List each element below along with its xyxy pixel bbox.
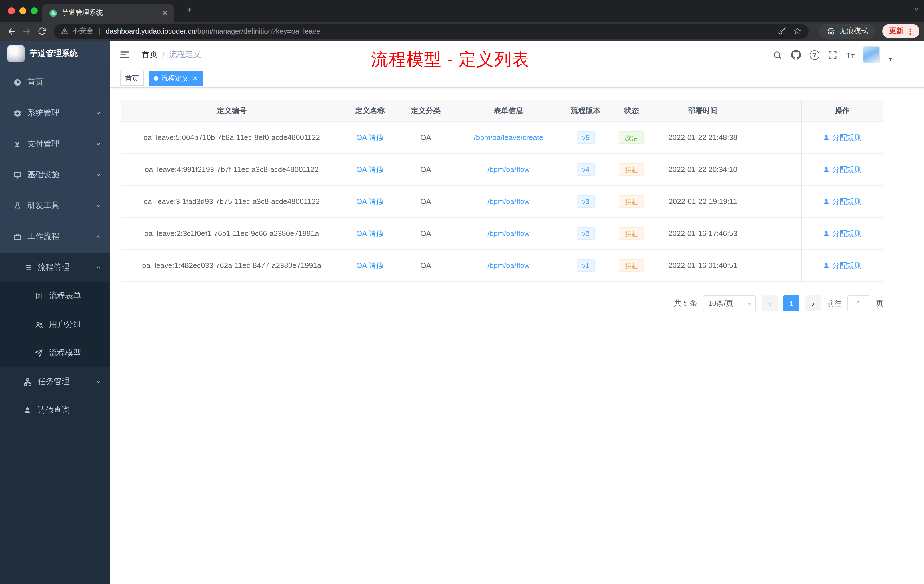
page-jump-input[interactable] xyxy=(847,295,870,312)
assign-rule-button[interactable]: 分配规则 xyxy=(823,132,862,143)
form-link[interactable]: /bpm/oa/flow xyxy=(487,261,530,270)
avatar-caret-down-icon[interactable]: ▾ xyxy=(889,55,892,63)
security-chip-label[interactable]: 不安全 xyxy=(72,26,93,36)
sidebar-item-label: 流程管理 xyxy=(38,262,70,272)
sidebar-item-user-group[interactable]: 用户分组 xyxy=(0,310,110,339)
sidebar-top-section: 芋道管理系统 首页 系统管理 xyxy=(0,41,110,253)
tag-label: 流程定义 xyxy=(161,73,188,83)
update-label: 更新 xyxy=(889,26,903,36)
back-button[interactable] xyxy=(5,24,20,39)
cell-definition-id: oa_leave:5:004b710b-7b8a-11ec-8ef0-acde4… xyxy=(120,122,343,153)
incognito-label: 无痕模式 xyxy=(840,26,868,36)
reload-button[interactable] xyxy=(34,24,49,39)
assign-rule-label: 分配规则 xyxy=(832,132,862,143)
definition-name-link[interactable]: OA 请假 xyxy=(356,196,383,206)
form-link[interactable]: /bpm/oa/leave/create xyxy=(474,133,543,142)
next-page-button[interactable]: › xyxy=(805,295,821,312)
sidebar-item-infrastructure[interactable]: 基础设施 xyxy=(0,159,110,190)
zoom-window-button[interactable] xyxy=(31,7,38,14)
definition-name-link[interactable]: OA 请假 xyxy=(356,228,383,239)
search-icon[interactable] xyxy=(772,50,782,60)
chevron-down-icon xyxy=(96,110,101,116)
browser-menu-dots-icon[interactable]: ⋮ xyxy=(906,26,914,36)
new-tab-button[interactable]: + xyxy=(183,5,196,16)
tag-home[interactable]: 首页 xyxy=(120,71,144,86)
sidebar-item-home[interactable]: 首页 xyxy=(0,67,110,98)
sidebar-item-label: 系统管理 xyxy=(27,108,59,118)
sidebar-item-process-management[interactable]: 流程管理 xyxy=(0,253,110,282)
cell-category: OA xyxy=(397,250,454,281)
sidebar: 芋道管理系统 首页 系统管理 xyxy=(0,41,110,584)
column-header: 定义编号 xyxy=(120,100,343,121)
main-area: 首页 / 流程定义 流程模型 - 定义列表 ? TT xyxy=(110,41,924,584)
sidebar-item-leave-query[interactable]: 请假查询 xyxy=(0,396,110,425)
security-warning-icon[interactable] xyxy=(61,27,69,35)
assign-rule-button[interactable]: 分配规则 xyxy=(823,196,862,206)
pagination: 共 5 条 10条/页 ▾ ‹ 1 › 前往 页 xyxy=(120,295,883,312)
browser-update-button[interactable]: 更新 ⋮ xyxy=(882,24,919,38)
sidebar-item-label: 研发工具 xyxy=(27,201,59,211)
sidebar-item-label: 流程表单 xyxy=(49,291,81,301)
password-key-icon[interactable] xyxy=(778,27,786,35)
site-favicon-icon xyxy=(49,9,57,17)
user-avatar[interactable] xyxy=(863,46,880,63)
cell-spacer xyxy=(751,186,801,217)
github-icon[interactable] xyxy=(791,50,801,60)
app-root: 芋道管理系统 首页 系统管理 xyxy=(0,41,924,584)
forward-button[interactable] xyxy=(20,24,34,39)
assign-rule-button[interactable]: 分配规则 xyxy=(823,164,862,175)
browser-tab[interactable]: 芋道管理系统 ✕ xyxy=(42,4,174,22)
cell-category: OA xyxy=(397,186,454,217)
assign-rule-button[interactable]: 分配规则 xyxy=(823,228,862,239)
breadcrumb-home[interactable]: 首页 xyxy=(142,50,158,60)
column-header: 状态 xyxy=(609,100,654,121)
form-link[interactable]: /bpm/oa/flow xyxy=(487,197,530,206)
definition-name-link[interactable]: OA 请假 xyxy=(356,260,383,271)
bookmark-star-icon[interactable] xyxy=(793,27,802,35)
font-size-icon[interactable]: TT xyxy=(846,51,855,59)
incognito-icon xyxy=(826,26,835,36)
fullscreen-icon[interactable] xyxy=(828,50,837,59)
tag-process-definition[interactable]: 流程定义 ✕ xyxy=(148,71,203,86)
browser-toolbar: 不安全 | dashboard.yudao.iocoder.cn/bpm/man… xyxy=(0,22,924,41)
sidebar-item-label: 用户分组 xyxy=(49,319,81,330)
sidebar-item-label: 任务管理 xyxy=(38,376,70,387)
page-size-select[interactable]: 10条/页 ▾ xyxy=(703,295,756,312)
tag-label: 首页 xyxy=(125,73,139,83)
page-number-button[interactable]: 1 xyxy=(784,295,799,312)
sidebar-item-task-management[interactable]: 任务管理 xyxy=(0,368,110,396)
sidebar-item-process-model[interactable]: 流程模型 xyxy=(0,339,110,368)
definition-name-link[interactable]: OA 请假 xyxy=(356,164,383,175)
address-bar[interactable]: 不安全 | dashboard.yudao.iocoder.cn/bpm/man… xyxy=(54,24,808,39)
minimize-window-button[interactable] xyxy=(20,7,26,14)
users-icon xyxy=(34,320,43,329)
tab-close-icon[interactable]: ✕ xyxy=(162,8,168,17)
form-link[interactable]: /bpm/oa/flow xyxy=(487,165,530,174)
definition-name-link[interactable]: OA 请假 xyxy=(356,132,383,143)
person-icon xyxy=(823,230,830,237)
sidebar-item-workflow[interactable]: 工作流程 xyxy=(0,221,110,252)
sidebar-item-system[interactable]: 系统管理 xyxy=(0,98,110,129)
sidebar-item-devtools[interactable]: 研发工具 xyxy=(0,190,110,221)
column-header: 定义分类 xyxy=(397,100,454,121)
assign-rule-button[interactable]: 分配规则 xyxy=(823,260,862,271)
sidebar-item-payment[interactable]: ¥ 支付管理 xyxy=(0,129,110,159)
form-link[interactable]: /bpm/oa/flow xyxy=(487,229,530,238)
close-window-button[interactable] xyxy=(8,7,15,14)
fixed-column-divider xyxy=(801,100,802,282)
logo-title: 芋道管理系统 xyxy=(30,49,78,59)
help-icon[interactable]: ? xyxy=(810,50,819,60)
tag-close-icon[interactable]: ✕ xyxy=(193,74,198,82)
cell-deploy-time: 2022-01-22 20:34:10 xyxy=(654,154,751,185)
page-url[interactable]: dashboard.yudao.iocoder.cn/bpm/manager/d… xyxy=(106,27,775,35)
sidebar-logo[interactable]: 芋道管理系统 xyxy=(0,41,110,67)
sidebar-item-label: 基础设施 xyxy=(27,170,59,180)
tab-search-caret-icon[interactable]: ˅ xyxy=(914,6,918,13)
hamburger-icon[interactable] xyxy=(119,49,132,61)
chevron-down-icon xyxy=(96,141,101,147)
cell-definition-id: oa_leave:1:482ec033-762a-11ec-8477-a2380… xyxy=(120,250,343,281)
prev-page-button[interactable]: ‹ xyxy=(762,295,778,312)
sidebar-item-process-form[interactable]: 流程表单 xyxy=(0,282,110,310)
table-row: oa_leave:3:1fad3d93-7b75-11ec-a3c8-acde4… xyxy=(120,186,883,218)
assign-rule-label: 分配规则 xyxy=(832,228,862,239)
